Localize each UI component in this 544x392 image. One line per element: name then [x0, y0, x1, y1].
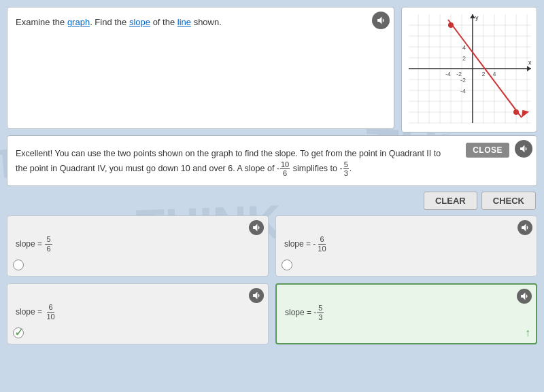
svg-text:x: x — [528, 59, 532, 66]
graph-svg: x y -4 -2 2 4 4 2 -2 -4 — [406, 12, 534, 126]
answer2-speaker-icon — [520, 223, 530, 232]
svg-marker-23 — [527, 66, 531, 71]
svg-marker-24 — [470, 14, 475, 18]
answer3-checkmark: ✓ — [12, 325, 27, 340]
svg-point-36 — [448, 22, 454, 28]
close-button[interactable]: CLOSE — [466, 143, 509, 158]
answer1-fraction: 56 — [45, 235, 52, 253]
question-speaker-button[interactable] — [372, 12, 390, 29]
question-panel: Examine the graph. Find the slope of the… — [7, 7, 394, 129]
correct-arrow-icon: ↑ — [525, 327, 530, 339]
line-link[interactable]: line — [177, 17, 191, 27]
answer-option-1[interactable]: slope = 56 — [7, 215, 269, 277]
graph-link[interactable]: graph — [67, 17, 90, 27]
fraction-10-6: 106 — [280, 160, 290, 177]
slope-link[interactable]: slope — [129, 17, 150, 27]
answer3-speaker-icon — [252, 291, 261, 300]
action-row: CLEAR CHECK — [7, 192, 537, 210]
check-button[interactable]: CHECK — [481, 192, 536, 210]
svg-text:-4: -4 — [460, 88, 466, 94]
answer-option-4[interactable]: slope = -53 ↑ — [275, 283, 537, 344]
svg-text:2: 2 — [481, 71, 485, 77]
answer2-content: slope = -610 — [276, 216, 537, 274]
svg-text:-4: -4 — [445, 71, 451, 77]
feedback-speaker-icon — [519, 144, 528, 154]
feedback-speaker-button[interactable] — [515, 140, 532, 158]
answer3-content: slope = 610 — [7, 284, 268, 342]
svg-text:4: 4 — [492, 71, 496, 77]
answer4-fraction: 53 — [317, 304, 324, 322]
answers-grid: slope = 56 slope = -610 — [7, 215, 537, 344]
answer3-fraction: 610 — [45, 303, 56, 321]
answer4-content: slope = -53 — [277, 285, 536, 342]
clear-button[interactable]: CLEAR — [424, 192, 477, 210]
feedback-panel: CLOSE Excellent! You can use the two poi… — [7, 135, 537, 186]
question-text: Examine the graph. Find the slope of the… — [16, 16, 386, 29]
answer4-speaker-icon — [520, 291, 529, 301]
fraction-5-3: 53 — [343, 160, 349, 177]
answer-option-3[interactable]: slope = 610 ✓ — [7, 283, 269, 344]
answer1-speaker-icon — [252, 223, 261, 232]
svg-text:-2: -2 — [460, 77, 466, 84]
svg-point-37 — [513, 109, 519, 115]
feedback-text: Excellent! You can use the two points sh… — [16, 147, 528, 177]
answer2-fraction: 610 — [316, 235, 327, 253]
svg-text:4: 4 — [462, 44, 466, 51]
answer-option-2[interactable]: slope = -610 — [275, 215, 537, 277]
answer1-content: slope = 56 — [7, 216, 268, 274]
svg-text:2: 2 — [462, 55, 466, 62]
speaker-icon — [376, 16, 386, 25]
svg-text:y: y — [475, 14, 479, 21]
graph-panel: x y -4 -2 2 4 4 2 -2 -4 — [401, 7, 537, 132]
